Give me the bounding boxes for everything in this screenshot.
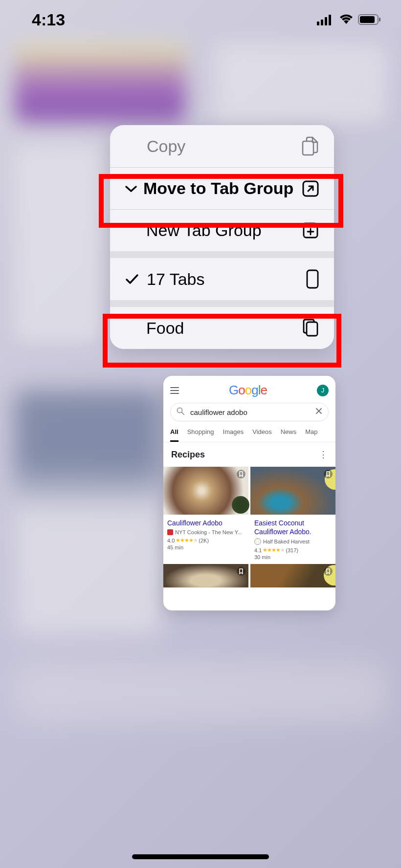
bookmark-icon[interactable] (324, 470, 333, 478)
bookmark-icon[interactable] (237, 470, 245, 478)
background-tab-blur (15, 391, 161, 635)
background-tab-blur (215, 44, 386, 122)
menu-separator (110, 251, 334, 258)
menu-item-17-tabs[interactable]: 17 Tabs (110, 258, 334, 300)
svg-rect-1 (321, 20, 323, 25)
svg-rect-11 (307, 322, 317, 336)
svg-rect-2 (325, 17, 327, 25)
search-tab-news[interactable]: News (281, 428, 297, 442)
search-tab-images[interactable]: Images (223, 428, 244, 442)
recipe-title: Easiest Coconut Cauliflower Adobo. (250, 515, 335, 538)
clear-icon[interactable] (315, 408, 322, 416)
recipe-image[interactable] (163, 564, 248, 587)
recipe-time: 30 min (250, 553, 335, 564)
tab-preview[interactable]: Google J All Shopping Images Videos News… (163, 376, 335, 610)
svg-rect-7 (303, 141, 313, 155)
svg-rect-5 (360, 16, 375, 23)
search-tab-maps[interactable]: Map (305, 428, 317, 442)
checkmark-icon (125, 273, 147, 285)
status-time: 4:13 (32, 10, 65, 29)
status-icons (317, 14, 381, 25)
context-menu: Copy Move to Tab Group New Tab Group 17 … (110, 125, 334, 349)
svg-rect-6 (379, 18, 380, 22)
hamburger-menu-icon[interactable] (170, 387, 179, 394)
cellular-signal-icon (317, 14, 334, 25)
copy-icon (300, 136, 319, 156)
menu-item-label: Food (125, 319, 300, 338)
new-tab-group-icon (300, 222, 319, 239)
bookmark-icon[interactable] (237, 567, 245, 576)
menu-item-label: 17 Tabs (147, 270, 300, 289)
recipe-source: NYT Cooking - The New Y... (163, 529, 248, 535)
search-tabs: All Shopping Images Videos News Map (163, 421, 335, 442)
recipe-source: Half Baked Harvest (250, 538, 335, 545)
source-icon (254, 538, 261, 545)
background-tab-blur (15, 44, 186, 122)
menu-item-label: Copy (147, 137, 300, 156)
svg-rect-3 (329, 15, 331, 25)
tab-preview-header: Google J (163, 376, 335, 403)
recipes-title: Recipes (171, 450, 205, 460)
search-tab-shopping[interactable]: Shopping (187, 428, 214, 442)
menu-item-copy[interactable]: Copy (110, 125, 334, 167)
wifi-icon (338, 14, 354, 25)
google-logo: Google (229, 383, 267, 398)
search-box[interactable] (170, 403, 329, 421)
recipes-grid-row2 (163, 564, 335, 587)
recipe-image (163, 467, 248, 515)
recipe-rating: 4.1 ★★★★★ (317) (250, 545, 335, 553)
search-input[interactable] (189, 408, 311, 417)
battery-icon (358, 14, 381, 25)
recipes-header: Recipes ⋮ (163, 442, 335, 467)
home-indicator[interactable] (132, 854, 269, 859)
recipes-grid: Cauliflower Adobo NYT Cooking - The New … (163, 467, 335, 564)
chevron-down-icon (125, 185, 143, 193)
background-tab-blur (15, 147, 103, 342)
recipe-image[interactable] (250, 564, 335, 587)
device-icon (300, 269, 319, 289)
more-icon[interactable]: ⋮ (319, 449, 328, 460)
background-tab-blur (15, 663, 386, 721)
stars-icon: ★★★★★ (176, 537, 198, 543)
menu-separator (110, 300, 334, 307)
menu-item-label: Move to Tab Group (143, 179, 300, 198)
menu-item-label: New Tab Group (125, 221, 300, 240)
recipe-time: 45 min (163, 543, 248, 554)
search-tab-videos[interactable]: Videos (252, 428, 272, 442)
search-icon (177, 407, 184, 417)
menu-item-move-to-tab-group[interactable]: Move to Tab Group (110, 168, 334, 209)
avatar[interactable]: J (317, 385, 329, 396)
recipe-rating: 4.0 ★★★★★ (2K) (163, 535, 248, 543)
svg-rect-10 (307, 270, 318, 288)
menu-item-new-tab-group[interactable]: New Tab Group (110, 210, 334, 251)
open-icon (300, 180, 319, 197)
status-bar: 4:13 (0, 0, 401, 39)
recipe-title: Cauliflower Adobo (163, 515, 248, 529)
stars-icon: ★★★★★ (263, 547, 285, 553)
search-tab-all[interactable]: All (170, 428, 178, 442)
recipe-card[interactable]: Easiest Coconut Cauliflower Adobo. Half … (250, 467, 335, 564)
recipe-card[interactable]: Cauliflower Adobo NYT Cooking - The New … (163, 467, 248, 564)
source-icon (167, 529, 173, 535)
svg-rect-0 (317, 22, 319, 25)
tab-group-icon (300, 318, 319, 338)
recipe-image (250, 467, 335, 515)
menu-item-food[interactable]: Food (110, 307, 334, 349)
